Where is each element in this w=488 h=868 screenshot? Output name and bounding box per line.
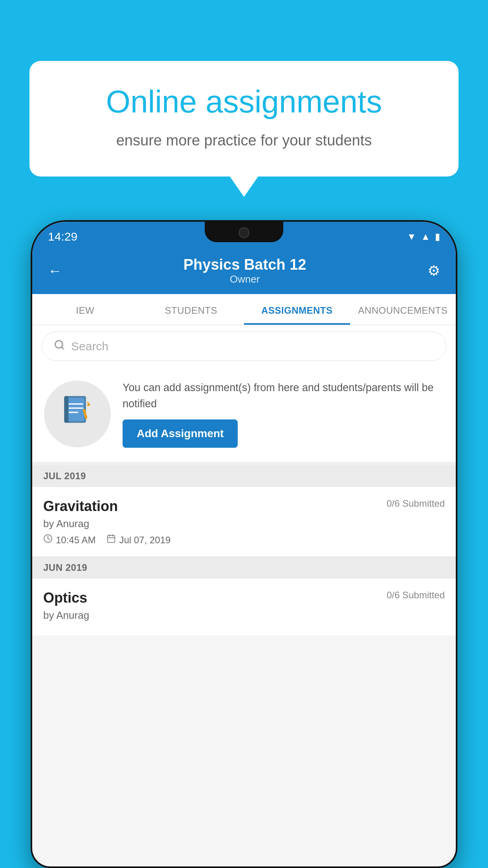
assignment-header-optics: Optics 0/6 Submitted (43, 590, 445, 606)
search-icon (54, 339, 65, 353)
batch-role: Owner (183, 273, 306, 285)
assignment-date: Jul 07, 2019 (119, 535, 171, 546)
bubble-subtitle: ensure more practice for your students (61, 130, 427, 151)
promo-section: You can add assignment(s) from here and … (32, 367, 456, 465)
assignment-title: Gravitation (43, 498, 118, 515)
tabs-bar: IEW STUDENTS ASSIGNMENTS ANNOUNCEMENTS (32, 294, 456, 325)
settings-icon[interactable]: ⚙ (427, 263, 440, 279)
assignment-title-optics: Optics (43, 590, 87, 606)
month-separator-jul: JUL 2019 (32, 465, 456, 487)
header-title-area: Physics Batch 12 Owner (183, 256, 306, 285)
phone-frame: 14:29 ▼ ▲ ▮ ← Physics Batch 12 Owner ⚙ I… (31, 220, 457, 868)
svg-marker-9 (86, 401, 90, 406)
month-separator-jun: JUN 2019 (32, 557, 456, 579)
assignment-time: 10:45 AM (56, 535, 95, 546)
tab-iew[interactable]: IEW (32, 294, 138, 325)
status-icons: ▼ ▲ ▮ (407, 231, 440, 242)
phone-inner: 14:29 ▼ ▲ ▮ ← Physics Batch 12 Owner ⚙ I… (32, 222, 456, 866)
speech-bubble: Online assignments ensure more practice … (29, 61, 459, 177)
svg-rect-3 (66, 397, 84, 421)
svg-line-1 (61, 347, 63, 349)
signal-icon: ▲ (421, 231, 430, 242)
svg-rect-11 (108, 535, 115, 542)
tab-students[interactable]: STUDENTS (138, 294, 244, 325)
tab-assignments[interactable]: ASSIGNMENTS (244, 294, 350, 325)
assignment-author-optics: by Anurag (43, 609, 445, 622)
assignment-meta: 10:45 AM Jul 07, 2019 (43, 534, 445, 546)
batch-name: Physics Batch 12 (183, 256, 306, 273)
promo-description: You can add assignment(s) from here and … (123, 380, 444, 412)
bubble-title: Online assignments (61, 85, 427, 119)
back-button[interactable]: ← (48, 263, 62, 279)
assignment-submitted-optics: 0/6 Submitted (387, 590, 445, 601)
tab-announcements[interactable]: ANNOUNCEMENTS (350, 294, 456, 325)
notebook-icon (61, 394, 94, 434)
search-container: Search (32, 325, 456, 367)
search-bar[interactable]: Search (42, 331, 446, 361)
clock-icon (43, 534, 53, 546)
promo-icon-circle (44, 381, 111, 447)
assignment-author: by Anurag (43, 518, 445, 530)
assignment-header: Gravitation 0/6 Submitted (43, 498, 445, 515)
meta-time: 10:45 AM (43, 534, 95, 546)
svg-rect-4 (64, 396, 68, 423)
add-assignment-button[interactable]: Add Assignment (123, 419, 238, 448)
calendar-icon (106, 534, 116, 546)
wifi-icon: ▼ (407, 231, 416, 242)
assignment-item-gravitation[interactable]: Gravitation 0/6 Submitted by Anurag 10:4… (32, 487, 456, 557)
assignment-item-optics[interactable]: Optics 0/6 Submitted by Anurag (32, 579, 456, 636)
app-header: ← Physics Batch 12 Owner ⚙ (32, 248, 456, 294)
battery-icon: ▮ (435, 231, 440, 242)
assignment-submitted: 0/6 Submitted (387, 498, 445, 509)
speech-bubble-container: Online assignments ensure more practice … (29, 61, 459, 177)
front-camera (238, 227, 250, 238)
promo-text-area: You can add assignment(s) from here and … (123, 380, 444, 448)
phone-notch (205, 222, 283, 242)
meta-date: Jul 07, 2019 (106, 534, 171, 546)
status-time: 14:29 (48, 230, 77, 243)
search-placeholder: Search (71, 340, 108, 353)
